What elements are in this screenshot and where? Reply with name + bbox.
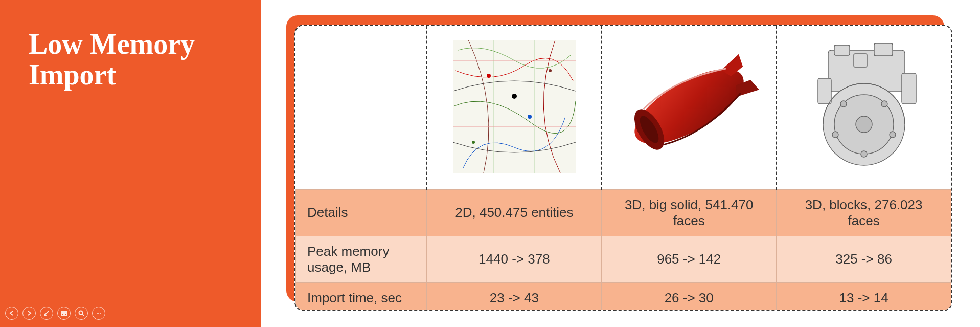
svg-point-24 bbox=[840, 101, 847, 107]
slide-controls bbox=[5, 307, 105, 320]
svg-point-5 bbox=[97, 313, 98, 314]
svg-point-26 bbox=[890, 132, 896, 138]
svg-rect-20 bbox=[854, 54, 867, 67]
thumbnail-cell-1 bbox=[427, 26, 602, 189]
peak-memory-row: Peak memory usage, MB 1440 -> 378 965 ->… bbox=[296, 236, 951, 282]
svg-point-7 bbox=[100, 313, 101, 314]
chevron-left-icon bbox=[9, 310, 15, 316]
details-col1: 2D, 450.475 entities bbox=[427, 189, 602, 236]
svg-point-25 bbox=[881, 101, 887, 107]
svg-point-9 bbox=[487, 74, 491, 78]
svg-rect-19 bbox=[874, 43, 893, 56]
svg-rect-3 bbox=[64, 314, 66, 315]
svg-point-6 bbox=[98, 313, 99, 314]
pen-tool-button[interactable] bbox=[40, 307, 53, 320]
details-col3: 3D, blocks, 276.023 faces bbox=[777, 189, 951, 236]
chevron-right-icon bbox=[26, 310, 32, 316]
peak-memory-col1: 1440 -> 378 bbox=[427, 236, 602, 282]
import-time-row: Import time, sec 23 -> 43 26 -> 30 13 ->… bbox=[296, 282, 951, 311]
title-sidebar: Low Memory Import bbox=[0, 0, 261, 327]
peak-memory-col3: 325 -> 86 bbox=[777, 236, 951, 282]
import-time-col2: 26 -> 30 bbox=[602, 282, 777, 311]
presentation-slide: Low Memory Import bbox=[0, 0, 980, 327]
comparison-table: Details 2D, 450.475 entities 3D, big sol… bbox=[295, 26, 951, 311]
svg-rect-8 bbox=[453, 40, 576, 173]
map-2d-drawing-icon bbox=[453, 40, 576, 173]
svg-point-28 bbox=[861, 151, 867, 157]
thumbnail-cell-2 bbox=[602, 26, 777, 189]
slide-content: Details 2D, 450.475 entities 3D, big sol… bbox=[261, 0, 980, 327]
svg-rect-18 bbox=[834, 45, 850, 55]
svg-rect-29 bbox=[818, 78, 831, 104]
ellipsis-icon bbox=[96, 310, 102, 316]
svg-rect-1 bbox=[64, 311, 66, 313]
next-slide-button[interactable] bbox=[22, 307, 36, 320]
thumbnail-empty-cell bbox=[296, 26, 427, 189]
svg-rect-2 bbox=[61, 314, 63, 315]
import-time-col3: 13 -> 14 bbox=[777, 282, 951, 311]
details-col2: 3D, big solid, 541.470 faces bbox=[602, 189, 777, 236]
svg-point-13 bbox=[512, 94, 517, 99]
thumbnail-row bbox=[296, 26, 951, 189]
import-time-col1: 23 -> 43 bbox=[427, 282, 602, 311]
comparison-card: Details 2D, 450.475 entities 3D, big sol… bbox=[294, 25, 952, 311]
zoom-button[interactable] bbox=[75, 307, 88, 320]
svg-rect-30 bbox=[902, 73, 916, 104]
peak-memory-col2: 965 -> 142 bbox=[602, 236, 777, 282]
prev-slide-button[interactable] bbox=[5, 307, 18, 320]
svg-point-27 bbox=[832, 132, 838, 138]
peak-memory-label: Peak memory usage, MB bbox=[296, 236, 427, 282]
magnifier-icon bbox=[78, 310, 84, 316]
svg-point-4 bbox=[79, 311, 83, 315]
details-row: Details 2D, 450.475 entities 3D, big sol… bbox=[296, 189, 951, 236]
pen-icon bbox=[43, 310, 50, 316]
slide-title: Low Memory Import bbox=[29, 29, 240, 91]
svg-point-12 bbox=[549, 69, 552, 72]
red-solid-model-icon bbox=[612, 50, 766, 163]
svg-point-11 bbox=[472, 141, 475, 144]
thumbnail-cell-3 bbox=[777, 26, 951, 189]
details-label: Details bbox=[296, 189, 427, 236]
svg-point-10 bbox=[528, 115, 532, 119]
slideshow-view-button[interactable] bbox=[57, 307, 71, 320]
engine-wireframe-icon bbox=[797, 42, 930, 170]
svg-rect-0 bbox=[61, 311, 63, 313]
import-time-label: Import time, sec bbox=[296, 282, 427, 311]
grid-icon bbox=[61, 310, 67, 316]
more-options-button[interactable] bbox=[92, 307, 105, 320]
svg-point-23 bbox=[856, 116, 872, 133]
